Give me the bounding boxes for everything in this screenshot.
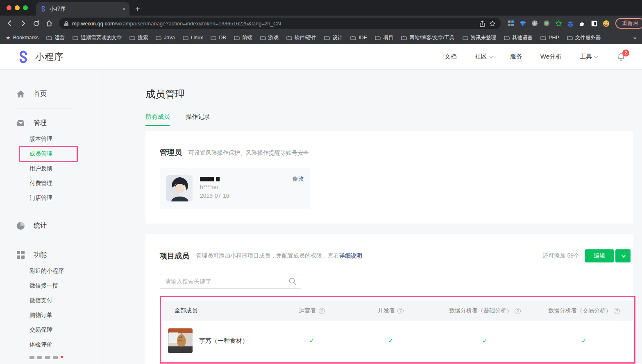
bookmark-folder[interactable]: 设计 [324,34,343,41]
bookmark-folder[interactable]: 其他语言 [504,34,533,41]
page-title: 成员管理 [145,88,633,101]
sidebar-group-features[interactable]: 功能 [0,249,102,261]
extension-grid-icon[interactable] [507,20,515,27]
share-icon[interactable] [479,20,485,27]
sidebar-item-wechat-pay[interactable]: 微信支付 [0,296,102,305]
help-icon[interactable]: ? [614,308,620,314]
extension-contrast-icon[interactable] [590,20,598,27]
nav-tools[interactable]: 工具 [580,53,597,61]
bookmark-folder[interactable]: 前端 [234,34,252,41]
bookmark-star-icon[interactable] [489,20,496,27]
search-input[interactable] [160,274,301,289]
back-icon[interactable] [4,18,16,29]
zoom-window-button[interactable] [23,5,28,10]
bookmark-folder[interactable]: 软件/硬件 [286,34,316,41]
details-link[interactable]: 详细说明 [339,252,362,259]
close-window-button[interactable] [7,5,11,10]
bookmarks-overflow-icon[interactable]: » [633,35,636,41]
new-tab-button[interactable]: + [135,5,140,16]
sidebar-item-trade-guarantee[interactable]: 交易保障 [0,326,102,335]
bookmark-folder[interactable]: Java [156,35,175,41]
tab-close-icon[interactable]: × [122,6,125,12]
edit-dropdown-button[interactable] [615,249,631,262]
sidebar-item-user-feedback[interactable]: 用户反馈 [0,164,102,173]
nav-docs[interactable]: 文档 [445,53,457,61]
notification-bell-icon[interactable]: 2 [617,52,626,61]
bookmark-folder[interactable]: 游戏 [260,34,279,41]
sidebar-item-shopping-orders[interactable]: 购物订单 [0,311,102,320]
chevron-down-icon [594,54,598,58]
modify-link[interactable]: 修改 [293,175,304,201]
folder-icon [375,36,381,40]
sidebar-item-wechat-search[interactable]: 微信搜一搜 [0,281,102,290]
annotation-box-table: 全部成员 运营者? 开发者? 数据分析者（基础分析）? 数据分析者（交易分析）?… [160,296,635,364]
nav-services[interactable]: 服务 [510,53,522,61]
bookmark-folder[interactable]: Linux [183,35,203,41]
tab-operation-log[interactable]: 操作记录 [186,113,210,126]
admin-userid: h****ier [200,184,229,190]
edit-button[interactable]: 编辑 [585,249,614,262]
bookmark-folder[interactable]: 文件服务器 [567,34,601,41]
bookmark-folder[interactable]: DB [211,35,226,41]
extension-star-icon[interactable] [555,20,562,27]
search-icon[interactable] [288,277,297,285]
bookmarks-star-icon: ★ [6,35,11,41]
check-icon: ✓ [347,337,435,345]
bookmark-folder[interactable]: PHP [540,35,559,41]
folder-icon [73,36,78,40]
extension-puzzle-icon[interactable] [578,20,586,27]
help-icon[interactable]: ? [515,308,521,314]
home-icon[interactable] [43,18,55,29]
tab-all-members[interactable]: 所有成员 [145,113,170,126]
bookmark-folder[interactable]: 网站/博客/文章/工具 [401,34,454,41]
folder-icon [401,36,407,40]
minimize-window-button[interactable] [15,5,20,10]
bookmarks-bar: ★ Bookmarks 运营 近期需要读的文章 搜索 Java Linux DB… [0,31,642,44]
bookmark-folder[interactable]: IDE [350,35,367,41]
restart-browser-button[interactable]: 重新启 [615,18,642,29]
chevron-down-icon [489,54,493,58]
sidebar-item-nearby-miniprograms[interactable]: 附近的小程序 [0,267,102,276]
sidebar-item-partial[interactable] [0,356,102,359]
extension-layers-icon[interactable] [567,20,574,27]
page-content: 首页 管理 版本管理 成员管理 用户反馈 付费管理 门店管理 统计 功能 附近的… [0,70,642,364]
table-header-row: 全部成员 运营者? 开发者? 数据分析者（基础分析）? 数据分析者（交易分析）? [162,301,633,321]
help-icon[interactable]: ? [319,308,325,314]
admin-date: 2019-07-16 [200,192,229,199]
extension-record-icon[interactable] [543,20,550,27]
extension-gem-icon[interactable] [519,20,526,27]
folder-icon [129,36,135,40]
url-path: /wxamp/user/manage?action=index&token=13… [115,20,281,27]
sidebar-item-store-manage[interactable]: 门店管理 [0,194,102,203]
extension-emoji-icon[interactable] [602,20,610,27]
check-icon: ✓ [277,337,347,345]
forward-icon[interactable] [17,18,29,29]
sidebar-item-home[interactable]: 首页 [0,88,102,100]
sidebar-item-payment-manage[interactable]: 付费管理 [0,179,102,188]
address-bar[interactable]: mp.weixin.qq.com/wxamp/user/manage?actio… [59,18,501,29]
help-icon[interactable]: ? [397,308,404,314]
window-controls[interactable] [7,5,28,10]
reload-icon[interactable] [30,18,42,29]
sidebar-item-version-manage[interactable]: 版本管理 [0,135,102,144]
bookmark-folder[interactable]: 搜索 [129,34,148,41]
bookmark-folder[interactable]: 近期需要读的文章 [73,34,122,41]
bookmark-folder[interactable]: 资讯未整理 [463,34,497,41]
bookmark-folder[interactable]: 项目 [375,34,393,41]
member-name: 芋艿（一种食材） [199,337,248,345]
nav-community[interactable]: 社区 [475,53,492,61]
sidebar-group-stats[interactable]: 统计 [0,219,102,232]
sidebar-group-manage[interactable]: 管理 [0,117,102,129]
project-members-card: 项目成员 管理员可添加小程序项目成员，并配置成员的权限，查看详细说明 还可添加 … [145,234,633,364]
bookmark-folder[interactable]: 运营 [46,34,65,41]
brand[interactable]: 小程序 [16,50,64,64]
sidebar-item-experience-rating[interactable]: 体验评价 [0,340,102,349]
lock-icon [64,20,69,27]
folder-icon [463,36,468,40]
nav-weanalytics[interactable]: We分析 [540,53,562,61]
table-row[interactable]: 芋艿（一种食材） ✓ ✓ ✓ ✓ [162,321,633,361]
bookmarks-root[interactable]: ★ Bookmarks [6,35,39,41]
sidebar-item-member-manage[interactable]: 成员管理 [0,149,102,158]
extension-globe-icon[interactable] [531,20,538,27]
browser-tab[interactable]: 小程序 × [36,2,129,16]
